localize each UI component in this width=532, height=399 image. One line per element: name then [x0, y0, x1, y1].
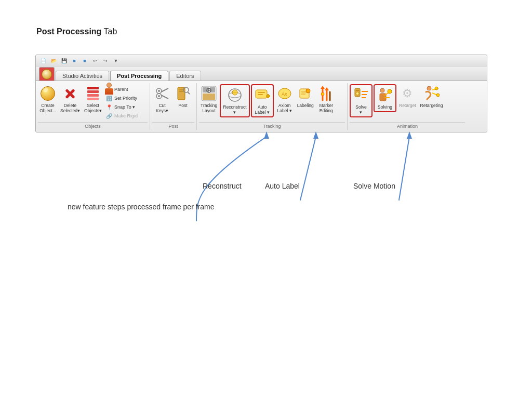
retargeting-button[interactable]: Retargeting [419, 84, 445, 109]
svg-rect-40 [356, 90, 359, 91]
svg-point-49 [388, 89, 392, 94]
objects-group-label: Objects [38, 122, 148, 129]
set-priority-label: Set Priority [114, 96, 137, 101]
axiom-label-svg: Ax [277, 86, 292, 101]
feature-note: new feature steps processed frame per fr… [68, 203, 214, 211]
snap-to-label: Snap To ▾ [114, 104, 135, 110]
solve-svg [353, 87, 369, 103]
snap-to-button[interactable]: 📍 Snap To ▾ [104, 103, 139, 111]
tab-post-processing[interactable]: Post Processing [110, 71, 168, 81]
svg-point-41 [356, 92, 359, 95]
delete-selected-label: DeleteSelected▾ [60, 103, 80, 113]
svg-point-35 [321, 92, 324, 96]
file-icon[interactable]: 📄 [39, 57, 47, 64]
save-icon[interactable]: 💾 [60, 57, 68, 64]
solve-icon [353, 87, 369, 103]
marker-editing-svg [318, 86, 334, 101]
svg-point-52 [436, 94, 440, 97]
logo-circle [42, 69, 52, 79]
select-objects-label: SelectObjects▾ [84, 103, 102, 113]
person-icon [105, 82, 113, 97]
labeling-icon [297, 85, 314, 102]
tracking-layout-svg [201, 85, 217, 102]
svg-point-30 [306, 89, 310, 93]
marker-editing-button[interactable]: MarkerEditing [316, 84, 336, 114]
svg-rect-14 [203, 94, 215, 100]
ribbon: CreateObject... DeleteSelected▾ [36, 81, 487, 132]
tracking-layout-icon [201, 85, 217, 102]
make-rigid-button[interactable]: 🔗 Make Rigid [104, 112, 139, 120]
svg-rect-12 [203, 87, 209, 92]
create-object-button[interactable]: CreateObject... [38, 84, 58, 114]
axiom-label-button[interactable]: Ax AxiomLabel ▾ [275, 84, 295, 114]
person-head [107, 83, 112, 88]
auto-label-icon [254, 87, 271, 103]
auto-label-highlighted: AutoLabel ▾ [251, 84, 274, 117]
blue-icon-1[interactable]: ■ [70, 57, 78, 64]
solve-motion-annotation: Solve Motion [353, 182, 395, 190]
person-body [105, 88, 113, 95]
red-x-icon [63, 86, 77, 101]
solving-highlighted: Solving [374, 84, 396, 112]
retargeting-icon [423, 85, 440, 102]
svg-marker-54 [313, 131, 318, 139]
stack-icon [86, 86, 100, 101]
tab-bar: Studio Activities Post Processing Editor… [36, 66, 487, 81]
undo-icon[interactable]: ↩ [91, 57, 99, 64]
svg-point-5 [158, 95, 160, 97]
settings-icon[interactable]: ▼ [112, 57, 120, 64]
post-icon [175, 85, 191, 102]
delete-selected-button[interactable]: DeleteSelected▾ [59, 84, 82, 114]
retarget-button[interactable]: ⚙ Retarget [397, 84, 418, 109]
retarget-label: Retarget [399, 103, 416, 108]
auto-label-button[interactable]: AutoLabel ▾ [252, 86, 272, 116]
folder-icon[interactable]: 📂 [49, 57, 58, 64]
stack-bar-3 [87, 94, 99, 97]
parent-icon [105, 86, 113, 93]
reconstruct-annotation: Reconstruct [203, 182, 242, 190]
animation-group-content: Solve▾ [350, 84, 465, 122]
svg-line-2 [161, 88, 168, 92]
marker-editing-label: MarkerEditing [320, 103, 333, 113]
title-bold: Post Processing [36, 27, 101, 36]
select-objects-button[interactable]: SelectObjects▾ [83, 84, 103, 114]
stack-bar-2 [87, 90, 99, 93]
svg-point-22 [232, 91, 237, 94]
auto-label-svg [255, 88, 270, 102]
svg-line-10 [188, 92, 190, 94]
solving-button[interactable]: Solving [375, 86, 395, 111]
auto-label-annotation: Auto Label [265, 182, 300, 190]
svg-marker-53 [264, 131, 269, 139]
animation-group: Solve▾ [348, 83, 467, 130]
mini-toolbar: 📄 📂 💾 ■ ■ ↩ ↪ ▼ [36, 55, 487, 66]
labeling-button[interactable]: Labeling [296, 84, 315, 109]
svg-marker-55 [407, 131, 412, 139]
svg-rect-24 [258, 92, 265, 93]
reconstruct-button[interactable]: Reconstruct▾ [221, 86, 248, 116]
cut-keys-button[interactable]: CutKeys▾ [152, 84, 172, 114]
retarget-icon: ⚙ [399, 85, 416, 102]
blue-icon-2[interactable]: ■ [81, 57, 89, 64]
select-objects-icon [85, 85, 101, 102]
reconstruct-svg [227, 87, 243, 103]
solve-button[interactable]: Solve▾ [351, 86, 371, 116]
post-label: Post [178, 103, 187, 108]
tab-studio-activities[interactable]: Studio Activities [56, 71, 109, 81]
svg-point-45 [380, 88, 384, 92]
parent-label: Parent [114, 87, 128, 92]
tab-editors[interactable]: Editors [169, 71, 201, 81]
snap-to-icon: 📍 [105, 103, 113, 111]
reconstruct-label: Reconstruct▾ [223, 104, 246, 115]
axiom-label-label: AxiomLabel ▾ [277, 103, 292, 113]
solve-label: Solve▾ [355, 104, 366, 115]
parent-button[interactable]: Parent [104, 85, 139, 94]
tracking-layout-button[interactable]: TrackingLayout [199, 84, 219, 114]
svg-point-4 [158, 90, 160, 92]
solving-label: Solving [378, 104, 392, 110]
tracking-group: TrackingLayout [197, 83, 348, 130]
stack-bar-4 [87, 98, 99, 100]
post-button[interactable]: Post [173, 84, 193, 109]
svg-marker-37 [325, 87, 329, 90]
gear-person-icon: ⚙ [400, 86, 415, 101]
redo-icon[interactable]: ↪ [101, 57, 110, 64]
